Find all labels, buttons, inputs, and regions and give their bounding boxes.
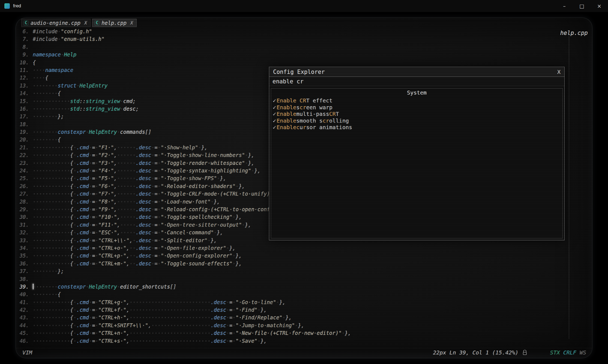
code-token: · (158, 183, 161, 189)
config-options-panel: System ✓Enable CRT effect✓Enable screen … (271, 88, 563, 238)
code-token: · (245, 160, 248, 166)
code-token: }, (201, 144, 208, 150)
code-line-39[interactable]: 39.········constexpr·HelpEntry·editor_sh… (16, 283, 568, 290)
code-token: = (229, 322, 232, 328)
code-token: , (117, 229, 120, 235)
code-line-text: { (33, 59, 36, 66)
code-token: , (126, 245, 129, 251)
code-token: }, (214, 199, 220, 205)
code-token: · (158, 206, 161, 212)
code-token: "F6·" (98, 183, 114, 189)
code-line-6[interactable]: 6.#include·"config.h" (16, 28, 568, 35)
code-token: { (70, 314, 73, 320)
code-token: #include (33, 36, 58, 42)
cpp-file-icon: C (24, 20, 28, 26)
code-token: · (73, 314, 76, 320)
code-token: { (70, 330, 73, 336)
line-number: 31. (16, 221, 33, 229)
code-token: "F9·" (98, 206, 114, 212)
code-token: { (70, 222, 73, 228)
code-token: .desc (136, 168, 151, 174)
code-token: { (45, 75, 48, 81)
code-line-34[interactable]: 34.············{·.cmd·=·"CTRL+o·",··.des… (16, 244, 568, 252)
checkbox-checked-icon[interactable]: ✓ (273, 97, 276, 104)
code-line-46[interactable]: 46.············{·.cmd·=·"CTRL+s·",······… (16, 337, 568, 345)
code-token: .desc (136, 191, 151, 197)
code-line-10[interactable]: 10.{ (16, 59, 568, 66)
code-token: = (154, 222, 157, 228)
tab-label: audio-engine.cpp (31, 20, 80, 26)
code-token: "CTRL+n·" (98, 330, 126, 336)
checkbox-checked-icon[interactable]: ✓ (273, 117, 276, 124)
code-line-7[interactable]: 7.#include·"enum-utils.h" (16, 35, 568, 43)
code-line-text: ············{·.cmd·=·"F1·",······.desc·=… (33, 144, 208, 151)
editor-scrollbar[interactable] (569, 34, 569, 339)
code-line-36[interactable]: 36.············{·.cmd·=·"CTRL+m·",··.des… (16, 260, 568, 267)
dialog-close-button[interactable]: X (557, 69, 561, 75)
config-option-enable-crt-effect[interactable]: ✓Enable CRT effect (271, 97, 562, 104)
code-token: = (154, 191, 157, 197)
code-token: = (92, 144, 95, 150)
code-token: , (114, 191, 117, 197)
code-token: "CTRL+\\·" (98, 237, 129, 243)
code-line-9[interactable]: 9.namespace·Help (16, 51, 568, 58)
titlebar: fred – □ × (0, 0, 608, 12)
config-option-enable-screen-warp[interactable]: ✓Enable screen warp (271, 104, 562, 111)
code-line-8[interactable]: 8. (16, 43, 568, 51)
code-token: "·Reload·editor·shaders" (161, 183, 236, 189)
code-token: · (257, 307, 260, 313)
line-number: 18. (16, 120, 33, 128)
line-number: 32. (16, 229, 33, 236)
code-token: = (92, 229, 95, 235)
config-option-enable-multi-pass-crt[interactable]: ✓Enable multi-pass CRT (271, 111, 562, 117)
code-token: · (95, 222, 98, 228)
config-option-enable-cursor-animations[interactable]: ✓Enable cursor animations (271, 124, 562, 131)
tab-close-button[interactable]: X (84, 20, 87, 26)
code-token: · (117, 284, 120, 290)
code-token: ············ (33, 144, 70, 150)
code-line-38[interactable]: 38. (16, 275, 568, 283)
code-token: ············ (33, 229, 70, 235)
code-token: ············ (33, 222, 70, 228)
code-line-41[interactable]: 41.············{·.cmd·=·"CTRL+g·",······… (16, 298, 568, 306)
option-label-segment: smooth s (296, 117, 322, 124)
config-search-input[interactable]: enable cr (269, 77, 564, 86)
code-token: .cmd (76, 160, 89, 166)
code-line-42[interactable]: 42.············{·.cmd·=·"CTRL+f·",······… (16, 306, 568, 314)
code-token: ········ (33, 83, 58, 89)
tab-close-button[interactable]: X (130, 20, 133, 26)
line-number: 20. (16, 136, 33, 143)
checkbox-checked-icon[interactable]: ✓ (273, 124, 276, 131)
code-token: · (73, 237, 76, 243)
code-line-text: ········}; (33, 113, 64, 120)
checkbox-checked-icon[interactable]: ✓ (273, 111, 276, 117)
code-token: .desc (136, 206, 151, 212)
code-line-40[interactable]: 40.········{ (16, 290, 568, 298)
code-line-45[interactable]: 45.············{·.cmd·=·"CTRL+n·",······… (16, 329, 568, 337)
code-token: · (151, 175, 154, 181)
minimize-button[interactable]: – (556, 0, 573, 12)
code-token: ······ (117, 152, 136, 158)
code-line-43[interactable]: 43.············{·.cmd·=·"CTRL+h·",······… (16, 314, 568, 321)
code-token: · (89, 183, 92, 189)
tab-audio-engine.cpp[interactable]: Caudio-engine.cppX (21, 19, 91, 27)
code-token: ········ (33, 291, 58, 297)
line-number: 17. (16, 113, 33, 120)
code-token: · (86, 129, 89, 135)
option-label-segment: Enable (277, 104, 296, 111)
config-option-enable-smooth-scrolling[interactable]: ✓Enable smooth scrolling (271, 117, 562, 124)
code-line-35[interactable]: 35.············{·.cmd·=·"CTRL+p·",··.des… (16, 252, 568, 259)
close-button[interactable]: × (591, 0, 608, 12)
checkbox-checked-icon[interactable]: ✓ (273, 104, 276, 111)
line-number: 26. (16, 182, 33, 190)
maximize-button[interactable]: □ (573, 0, 591, 12)
code-line-44[interactable]: 44.············{·.cmd·=·"CTRL+SHIFT+\\·"… (16, 321, 568, 329)
code-token: HelpEntry (89, 284, 117, 290)
tab-help.cpp[interactable]: Chelp.cppX (92, 19, 137, 27)
code-token: = (154, 144, 157, 150)
line-number: 28. (16, 198, 33, 205)
code-token: · (89, 191, 92, 197)
code-line-37[interactable]: 37.········}; (16, 267, 568, 275)
code-token: ········ (33, 113, 58, 119)
code-token: · (151, 222, 154, 228)
